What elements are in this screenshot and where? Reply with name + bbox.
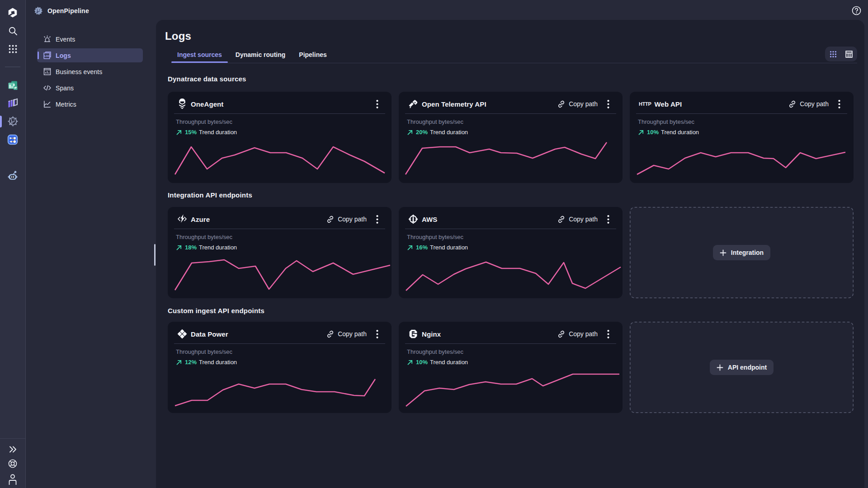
svg-text:LOG: LOG [44, 55, 50, 57]
